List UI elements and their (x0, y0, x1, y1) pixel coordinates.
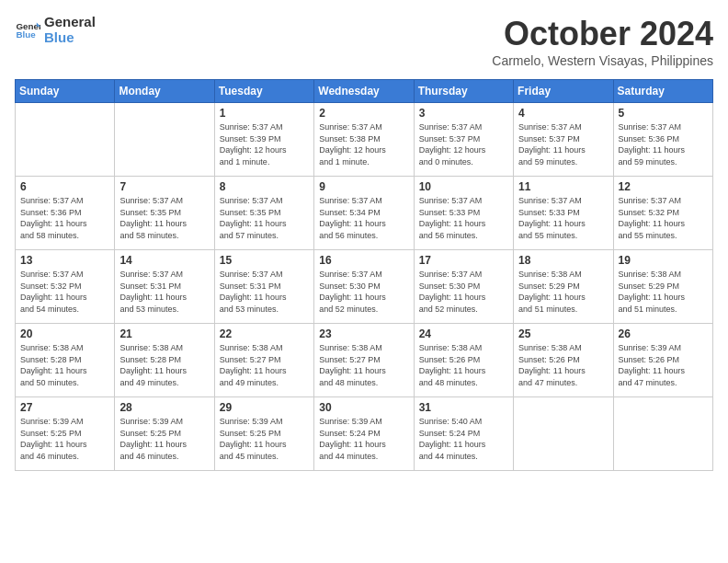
day-info: Sunrise: 5:37 AM Sunset: 5:37 PM Dayligh… (419, 121, 508, 167)
day-number: 25 (518, 327, 608, 340)
calendar-cell (514, 397, 613, 471)
day-info: Sunrise: 5:38 AM Sunset: 5:29 PM Dayligh… (518, 269, 608, 315)
calendar-cell: 15Sunrise: 5:37 AM Sunset: 5:31 PM Dayli… (214, 250, 313, 324)
day-info: Sunrise: 5:38 AM Sunset: 5:28 PM Dayligh… (119, 342, 209, 388)
calendar-cell: 25Sunrise: 5:38 AM Sunset: 5:26 PM Dayli… (514, 324, 613, 397)
col-header-tuesday: Tuesday (214, 80, 313, 103)
day-info: Sunrise: 5:38 AM Sunset: 5:26 PM Dayligh… (419, 342, 508, 388)
calendar-cell: 13Sunrise: 5:37 AM Sunset: 5:32 PM Dayli… (16, 250, 115, 324)
calendar-cell: 27Sunrise: 5:39 AM Sunset: 5:25 PM Dayli… (16, 397, 115, 471)
calendar-cell: 16Sunrise: 5:37 AM Sunset: 5:30 PM Dayli… (314, 250, 414, 324)
logo: General Blue General Blue (15, 15, 96, 45)
day-number: 4 (518, 107, 608, 120)
day-info: Sunrise: 5:39 AM Sunset: 5:25 PM Dayligh… (20, 416, 109, 462)
day-info: Sunrise: 5:37 AM Sunset: 5:36 PM Dayligh… (20, 195, 109, 241)
day-number: 12 (619, 180, 708, 193)
calendar-cell: 9Sunrise: 5:37 AM Sunset: 5:34 PM Daylig… (314, 177, 414, 250)
day-number: 15 (220, 254, 309, 267)
day-number: 10 (419, 180, 508, 193)
calendar-cell: 19Sunrise: 5:38 AM Sunset: 5:29 PM Dayli… (613, 250, 712, 324)
day-number: 20 (20, 327, 109, 340)
logo-icon: General Blue (15, 17, 40, 43)
day-info: Sunrise: 5:40 AM Sunset: 5:24 PM Dayligh… (419, 416, 508, 462)
day-info: Sunrise: 5:39 AM Sunset: 5:25 PM Dayligh… (220, 416, 309, 462)
calendar-cell: 2Sunrise: 5:37 AM Sunset: 5:38 PM Daylig… (314, 103, 414, 177)
col-header-sunday: Sunday (16, 80, 115, 103)
calendar-cell: 20Sunrise: 5:38 AM Sunset: 5:28 PM Dayli… (16, 324, 115, 397)
day-number: 22 (220, 327, 309, 340)
day-number: 3 (419, 107, 508, 120)
day-number: 27 (20, 401, 109, 414)
calendar-cell (613, 397, 712, 471)
calendar-cell: 10Sunrise: 5:37 AM Sunset: 5:33 PM Dayli… (414, 177, 513, 250)
day-info: Sunrise: 5:37 AM Sunset: 5:33 PM Dayligh… (419, 195, 508, 241)
week-row-2: 6Sunrise: 5:37 AM Sunset: 5:36 PM Daylig… (16, 177, 713, 250)
calendar-cell: 8Sunrise: 5:37 AM Sunset: 5:35 PM Daylig… (214, 177, 313, 250)
day-info: Sunrise: 5:37 AM Sunset: 5:30 PM Dayligh… (419, 269, 508, 315)
col-header-thursday: Thursday (414, 80, 513, 103)
col-header-friday: Friday (514, 80, 613, 103)
day-info: Sunrise: 5:37 AM Sunset: 5:35 PM Dayligh… (220, 195, 309, 241)
day-info: Sunrise: 5:37 AM Sunset: 5:34 PM Dayligh… (319, 195, 408, 241)
svg-text:Blue: Blue (16, 29, 36, 40)
calendar-cell: 30Sunrise: 5:39 AM Sunset: 5:24 PM Dayli… (314, 397, 414, 471)
calendar-cell: 29Sunrise: 5:39 AM Sunset: 5:25 PM Dayli… (214, 397, 313, 471)
day-number: 5 (619, 107, 708, 120)
calendar-cell (115, 103, 214, 177)
day-info: Sunrise: 5:39 AM Sunset: 5:25 PM Dayligh… (119, 416, 209, 462)
calendar-cell: 4Sunrise: 5:37 AM Sunset: 5:37 PM Daylig… (514, 103, 613, 177)
day-number: 29 (220, 401, 309, 414)
day-number: 9 (319, 180, 408, 193)
day-number: 1 (220, 107, 309, 120)
day-number: 7 (119, 180, 209, 193)
day-info: Sunrise: 5:37 AM Sunset: 5:37 PM Dayligh… (518, 121, 608, 167)
day-info: Sunrise: 5:37 AM Sunset: 5:31 PM Dayligh… (119, 269, 209, 315)
day-info: Sunrise: 5:39 AM Sunset: 5:26 PM Dayligh… (619, 342, 708, 388)
calendar-cell: 31Sunrise: 5:40 AM Sunset: 5:24 PM Dayli… (414, 397, 513, 471)
col-header-wednesday: Wednesday (314, 80, 414, 103)
day-number: 23 (319, 327, 408, 340)
day-info: Sunrise: 5:37 AM Sunset: 5:31 PM Dayligh… (220, 269, 309, 315)
calendar-cell: 22Sunrise: 5:38 AM Sunset: 5:27 PM Dayli… (214, 324, 313, 397)
location-subtitle: Carmelo, Western Visayas, Philippines (492, 53, 713, 68)
day-info: Sunrise: 5:39 AM Sunset: 5:24 PM Dayligh… (319, 416, 408, 462)
day-info: Sunrise: 5:38 AM Sunset: 5:27 PM Dayligh… (319, 342, 408, 388)
day-number: 11 (518, 180, 608, 193)
day-info: Sunrise: 5:37 AM Sunset: 5:35 PM Dayligh… (119, 195, 209, 241)
day-number: 26 (619, 327, 708, 340)
col-header-saturday: Saturday (613, 80, 712, 103)
day-info: Sunrise: 5:37 AM Sunset: 5:39 PM Dayligh… (220, 121, 309, 167)
page-header: General Blue General Blue October 2024 C… (15, 15, 713, 68)
calendar-cell: 18Sunrise: 5:38 AM Sunset: 5:29 PM Dayli… (514, 250, 613, 324)
day-info: Sunrise: 5:38 AM Sunset: 5:26 PM Dayligh… (518, 342, 608, 388)
calendar-cell: 17Sunrise: 5:37 AM Sunset: 5:30 PM Dayli… (414, 250, 513, 324)
day-number: 2 (319, 107, 408, 120)
calendar-cell: 24Sunrise: 5:38 AM Sunset: 5:26 PM Dayli… (414, 324, 513, 397)
day-number: 28 (119, 401, 209, 414)
day-number: 19 (619, 254, 708, 267)
day-number: 6 (20, 180, 109, 193)
col-header-monday: Monday (115, 80, 214, 103)
day-info: Sunrise: 5:37 AM Sunset: 5:32 PM Dayligh… (619, 195, 708, 241)
calendar-cell: 5Sunrise: 5:37 AM Sunset: 5:36 PM Daylig… (613, 103, 712, 177)
header-row: SundayMondayTuesdayWednesdayThursdayFrid… (16, 80, 713, 103)
day-number: 18 (518, 254, 608, 267)
day-info: Sunrise: 5:37 AM Sunset: 5:36 PM Dayligh… (619, 121, 708, 167)
week-row-1: 1Sunrise: 5:37 AM Sunset: 5:39 PM Daylig… (16, 103, 713, 177)
calendar-cell: 23Sunrise: 5:38 AM Sunset: 5:27 PM Dayli… (314, 324, 414, 397)
week-row-4: 20Sunrise: 5:38 AM Sunset: 5:28 PM Dayli… (16, 324, 713, 397)
calendar-cell: 11Sunrise: 5:37 AM Sunset: 5:33 PM Dayli… (514, 177, 613, 250)
day-info: Sunrise: 5:37 AM Sunset: 5:30 PM Dayligh… (319, 269, 408, 315)
day-info: Sunrise: 5:38 AM Sunset: 5:29 PM Dayligh… (619, 269, 708, 315)
logo-blue: Blue (44, 30, 96, 46)
calendar-cell: 26Sunrise: 5:39 AM Sunset: 5:26 PM Dayli… (613, 324, 712, 397)
calendar-cell (16, 103, 115, 177)
day-number: 16 (319, 254, 408, 267)
day-info: Sunrise: 5:38 AM Sunset: 5:27 PM Dayligh… (220, 342, 309, 388)
day-number: 24 (419, 327, 508, 340)
day-number: 21 (119, 327, 209, 340)
day-number: 17 (419, 254, 508, 267)
logo-general: General (44, 15, 96, 30)
day-number: 13 (20, 254, 109, 267)
day-info: Sunrise: 5:37 AM Sunset: 5:33 PM Dayligh… (518, 195, 608, 241)
